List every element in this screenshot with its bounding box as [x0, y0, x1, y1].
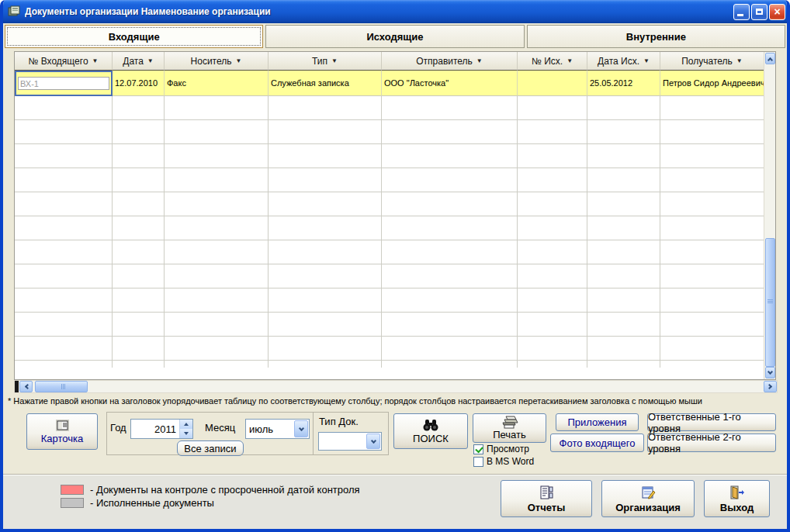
doc-type-value: [319, 433, 366, 450]
column-separator: [660, 96, 660, 368]
column-header-recipient[interactable]: Получатель▼: [660, 52, 764, 71]
horizontal-scroll-thumb[interactable]: [35, 381, 88, 392]
month-label: Месяц: [205, 422, 235, 434]
scroll-up-button[interactable]: [765, 53, 775, 64]
footer-panel: - Документы на контроле с просроченной д…: [3, 475, 787, 529]
year-label: Год: [110, 422, 126, 434]
cell-type[interactable]: Служебная записка: [269, 71, 382, 96]
preview-checkbox-label: Просмотр: [487, 444, 529, 454]
organization-button[interactable]: Организация: [601, 480, 695, 517]
minimize-icon: [737, 14, 743, 16]
table-row[interactable]: ВХ-1 12.07.2010 Факс Служебная записка О…: [15, 71, 764, 96]
minimize-button[interactable]: [733, 4, 750, 20]
close-button[interactable]: ×: [769, 4, 785, 20]
legend-overdue-label: - Документы на контроле с просроченной д…: [90, 484, 360, 496]
column-header-outgoing-num[interactable]: № Исх.▼: [518, 52, 587, 71]
legend-executed-swatch: [61, 498, 84, 508]
year-spinner[interactable]: 2011: [130, 419, 193, 439]
vertical-scroll-thumb[interactable]: [765, 238, 775, 367]
column-separator: [112, 96, 113, 368]
print-button[interactable]: Печать: [473, 413, 546, 443]
chevron-up-icon: [767, 57, 773, 62]
month-value: июль: [246, 420, 293, 438]
sort-arrow-icon: ▼: [147, 57, 154, 64]
dropdown-button[interactable]: [366, 434, 380, 449]
year-down-button[interactable]: [180, 429, 192, 438]
all-records-button[interactable]: Все записи: [177, 440, 244, 456]
cell-outgoing-num[interactable]: [518, 71, 587, 96]
tab-outgoing[interactable]: Исходящие: [265, 25, 524, 48]
doc-type-select[interactable]: [318, 432, 382, 451]
sort-arrow-icon: ▼: [92, 57, 99, 64]
month-select[interactable]: июль: [245, 419, 310, 439]
card-button[interactable]: Карточка: [26, 413, 98, 450]
card-icon: [56, 420, 69, 431]
sort-arrow-icon: ▼: [331, 57, 338, 64]
sort-arrow-icon: ▼: [736, 57, 743, 64]
maximize-button[interactable]: [751, 4, 767, 20]
app-icon: [7, 5, 21, 19]
organization-icon: [640, 485, 656, 500]
chevron-right-icon: [766, 384, 771, 389]
reports-icon: [539, 485, 554, 500]
scroll-right-button[interactable]: [764, 381, 777, 392]
cell-outgoing-date[interactable]: 25.05.2012: [587, 71, 660, 96]
window-title: Документы организации Наименование орган…: [25, 6, 733, 17]
exit-button[interactable]: Выход: [704, 480, 770, 517]
thumb-grip: [767, 299, 773, 300]
column-header-date[interactable]: Дата▼: [113, 52, 165, 71]
column-header-carrier[interactable]: Носитель▼: [165, 52, 269, 71]
legend-overdue: - Документы на контроле с просроченной д…: [61, 484, 360, 496]
column-header-sender[interactable]: Отправитель▼: [382, 52, 518, 71]
responsible-level1-button[interactable]: Ответственные 1-го уровня: [647, 413, 776, 431]
arrow-up-icon: [184, 423, 189, 426]
preview-checkbox-row[interactable]: Просмотр: [473, 444, 529, 454]
tab-bar: Входящие Исходящие Внутренние: [5, 25, 785, 48]
chevron-down-icon: [298, 425, 303, 430]
column-header-incoming-num[interactable]: № Входящего▼: [15, 52, 113, 71]
column-separator: [268, 96, 269, 368]
preview-checkbox[interactable]: [473, 444, 483, 454]
reports-button[interactable]: Отчеты: [501, 480, 592, 517]
column-separator: [517, 96, 518, 368]
column-header-type[interactable]: Тип▼: [269, 52, 382, 71]
cell-carrier[interactable]: Факс: [165, 71, 269, 96]
column-header-outgoing-date[interactable]: Дата Исх.▼: [587, 52, 660, 71]
msword-checkbox[interactable]: [473, 457, 483, 467]
incoming-photo-button[interactable]: Фото входящего: [550, 434, 644, 452]
cell-sender[interactable]: ООО "Ласточка": [382, 71, 518, 96]
scroll-left-button[interactable]: [19, 381, 33, 392]
sort-arrow-icon: ▼: [476, 57, 483, 64]
vertical-scrollbar[interactable]: [764, 52, 775, 379]
cell-date[interactable]: 12.07.2010: [113, 71, 165, 96]
doc-type-label: Тип Док.: [319, 416, 359, 427]
arrow-down-icon: [184, 432, 189, 435]
chevron-down-icon: [370, 437, 376, 443]
year-up-button[interactable]: [180, 420, 192, 429]
tab-internal[interactable]: Внутренние: [527, 25, 785, 48]
chevron-left-icon: [24, 384, 29, 389]
search-button[interactable]: ПОИСК: [393, 413, 468, 449]
column-separator: [164, 96, 165, 368]
thumb-grip: [61, 384, 62, 389]
year-value[interactable]: 2011: [131, 420, 179, 438]
cell-recipient[interactable]: Петров Сидор Андреевич: [660, 71, 764, 96]
printer-icon: [501, 416, 518, 429]
msword-checkbox-row[interactable]: В MS Word: [473, 456, 534, 467]
legend-executed-label: - Исполненные документы: [90, 497, 214, 509]
horizontal-scrollbar[interactable]: [14, 380, 778, 393]
table-header-row: № Входящего▼ Дата▼ Носитель▼ Тип▼ Отправ…: [15, 52, 764, 71]
tab-incoming[interactable]: Входящие: [5, 25, 263, 48]
period-filter-group: Год 2011 Месяц июль Тип Док.: [106, 412, 389, 455]
responsible-level2-button[interactable]: Ответственные 2-го уровня: [647, 434, 776, 452]
pane-splitter[interactable]: [15, 381, 19, 392]
scroll-down-button[interactable]: [765, 367, 775, 378]
cell-incoming-num-selected[interactable]: ВХ-1: [15, 71, 113, 96]
msword-checkbox-label: В MS Word: [487, 456, 534, 467]
sort-arrow-icon: ▼: [236, 57, 242, 64]
legend-executed: - Исполненные документы: [61, 497, 214, 509]
close-icon: ×: [774, 6, 780, 17]
attachments-button[interactable]: Приложения: [556, 413, 639, 431]
dropdown-button[interactable]: [294, 420, 308, 437]
sort-arrow-icon: ▼: [643, 57, 650, 64]
